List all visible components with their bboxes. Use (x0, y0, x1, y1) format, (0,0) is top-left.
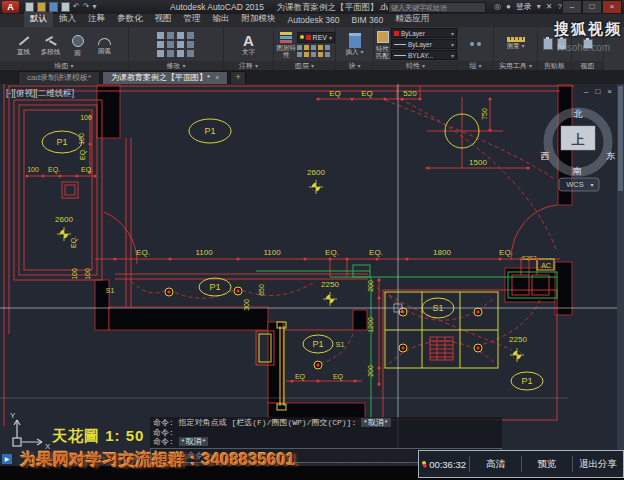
circle-tool[interactable]: 圆 (64, 33, 91, 56)
tab-insert[interactable]: 插入 (53, 12, 82, 27)
color-dropdown[interactable]: ByLayer ▾ (391, 28, 457, 38)
viewcube[interactable]: 上 北 西 东 南 WCS ▾ (541, 109, 616, 191)
new-tab-button[interactable]: + (230, 71, 246, 84)
ceiling-plan-canvas[interactable]: EQEQ520750150026002600100100EQ.100EQ.EQ.… (0, 84, 624, 452)
tab-parametric[interactable]: 参数化 (111, 12, 149, 27)
downlight-icon (165, 288, 173, 296)
panel-properties-label[interactable]: 特性 ▾ (374, 61, 457, 70)
panel-annotate-label[interactable]: 注释 ▾ (224, 61, 273, 70)
redo-icon[interactable]: ↷ (83, 2, 90, 12)
qq-group-watermark: 为果网对学习交流想群：3408835601 (20, 450, 295, 471)
tab-close-icon[interactable]: × (215, 74, 219, 81)
player-icon[interactable]: ▶ (2, 454, 12, 464)
preview-button[interactable]: 预览 (522, 458, 572, 471)
file-tab-bar: cad录制讲课模板* 为课教育案例之【平面图】*× + (0, 70, 624, 84)
layer-controls: REV ▾ (297, 32, 335, 57)
panel-group: 组 ▾ (458, 27, 494, 70)
undo-icon[interactable]: ↶ (73, 2, 80, 12)
exit-share-button[interactable]: 退出分享 (573, 458, 623, 471)
signin-dropdown-icon[interactable]: ▾ (537, 2, 541, 11)
dimension-text: EQ (333, 373, 344, 381)
layer-dropdown[interactable]: REV ▾ (297, 32, 335, 43)
cancel-chip: *取消* (179, 437, 209, 446)
panel-group-label[interactable]: 组 ▾ (458, 61, 493, 70)
viewcube-south[interactable]: 南 (573, 166, 582, 176)
minimize-button[interactable]: – (562, 0, 582, 14)
recording-overlay: ●00:36:32 高清 预览 退出分享 (418, 450, 624, 478)
plot-icon[interactable] (61, 2, 70, 12)
downlight-icon (399, 344, 407, 352)
tab-featured-apps[interactable]: 精选应用 (389, 12, 435, 27)
file-tab-active[interactable]: 为课教育案例之【平面图】*× (102, 71, 228, 84)
panel-modify-label[interactable]: 修改 ▾ (129, 61, 223, 70)
close-button[interactable]: × (602, 0, 622, 14)
maximize-button[interactable]: □ (582, 0, 602, 14)
signin-label[interactable]: 登录 (516, 1, 532, 12)
save-icon[interactable] (49, 2, 58, 12)
tab-output[interactable]: 输出 (207, 12, 236, 27)
tab-addins[interactable]: 附加模块 (236, 12, 282, 27)
text-tool[interactable]: A 文字 (235, 33, 262, 55)
panel-utilities-label[interactable]: 实用工具 ▾ (494, 61, 537, 70)
dimension-text: EQ (329, 89, 341, 98)
lineweight-icon (394, 55, 406, 56)
tab-manage[interactable]: 管理 (178, 12, 207, 27)
chevron-down-icon: ▾ (329, 34, 332, 41)
arc-tool[interactable]: 圆弧 (91, 35, 118, 54)
layer-tools-row[interactable] (297, 45, 335, 50)
tab-bim360[interactable]: BIM 360 (345, 14, 389, 27)
measure-icon[interactable] (507, 37, 525, 42)
tab-view[interactable]: 视图 (149, 12, 178, 27)
linetype-dropdown[interactable]: ByLayer ▾ (391, 39, 457, 49)
dimension-text: AC (541, 262, 551, 269)
dimension-text: EQ. (81, 166, 93, 174)
dimension-text: EQ (295, 373, 306, 381)
modify-tools-grid[interactable] (157, 32, 195, 57)
vertical-scrollbar[interactable] (617, 84, 624, 452)
app-menu-button[interactable]: A (2, 1, 19, 13)
tab-default[interactable]: 默认 (24, 12, 53, 27)
fixture-tag-text: P1 (56, 137, 67, 147)
new-file-icon[interactable] (25, 2, 34, 12)
viewcube-east[interactable]: 东 (606, 151, 616, 161)
layer-properties-tool[interactable]: 图层特性 (276, 31, 297, 58)
file-tab-template[interactable]: cad录制讲课模板* (18, 71, 100, 84)
hd-button[interactable]: 高清 (470, 458, 520, 471)
binoculars-search-icon[interactable]: ◎ (494, 2, 501, 11)
tab-a360[interactable]: Autodesk 360 (282, 14, 346, 27)
qat-dropdown-icon[interactable]: ▾ (92, 2, 96, 12)
dimension-text: 200 (367, 365, 374, 377)
line-tool[interactable]: 直线 (10, 34, 37, 55)
insert-block-tool[interactable]: 插入 ▾ (341, 33, 368, 56)
ungroup-icon[interactable] (477, 42, 481, 46)
panel-block-label[interactable]: 块 ▾ (336, 61, 373, 70)
group-icon[interactable] (470, 42, 474, 46)
drawing-area[interactable]: [-][俯视][二维线框] – □ × (0, 84, 624, 452)
wcs-dropdown-icon[interactable]: ▾ (590, 182, 593, 188)
ceiling-light-icon (510, 348, 524, 362)
tab-annotate[interactable]: 注释 (82, 12, 111, 27)
layer-tools-row2[interactable] (297, 52, 335, 57)
dwg-minimize-icon[interactable]: – (584, 87, 588, 96)
panel-layers-label[interactable]: 图层 ▾ (274, 61, 335, 70)
command-history-line: 命令: 指定对角点或 [栏选(F)/圈围(WP)/圈交(CP)]: *取消* (150, 418, 502, 428)
line-label: 直线 (10, 48, 37, 55)
fixture-tag-text: P1 (521, 376, 532, 386)
panel-draw-label[interactable]: 绘图 ▾ (0, 61, 128, 70)
paste-icon[interactable] (543, 38, 553, 50)
viewport-label[interactable]: [-][俯视][二维线框] (6, 88, 74, 100)
text-icon: A (235, 33, 262, 48)
wcs-label[interactable]: WCS (566, 180, 584, 189)
polyline-tool[interactable]: 多段线 (37, 34, 64, 55)
dwg-close-icon[interactable]: × (607, 87, 612, 96)
dwg-restore-icon[interactable]: □ (595, 87, 600, 96)
viewcube-north[interactable]: 北 (574, 109, 583, 119)
viewcube-west[interactable]: 西 (541, 151, 550, 161)
open-file-icon[interactable] (37, 2, 46, 12)
dimension-text: EQ. (79, 148, 87, 160)
lineweight-dropdown[interactable]: BYLAY... ▾ (391, 50, 457, 60)
match-properties-tool[interactable]: 特性匹配 (376, 29, 389, 59)
viewcube-top-face[interactable]: 上 (572, 132, 585, 147)
ribbon-tab-bar: 默认 插入 注释 参数化 视图 管理 输出 附加模块 Autodesk 360 … (0, 14, 624, 27)
exchange-apps-icon[interactable]: ✕ (546, 2, 553, 11)
